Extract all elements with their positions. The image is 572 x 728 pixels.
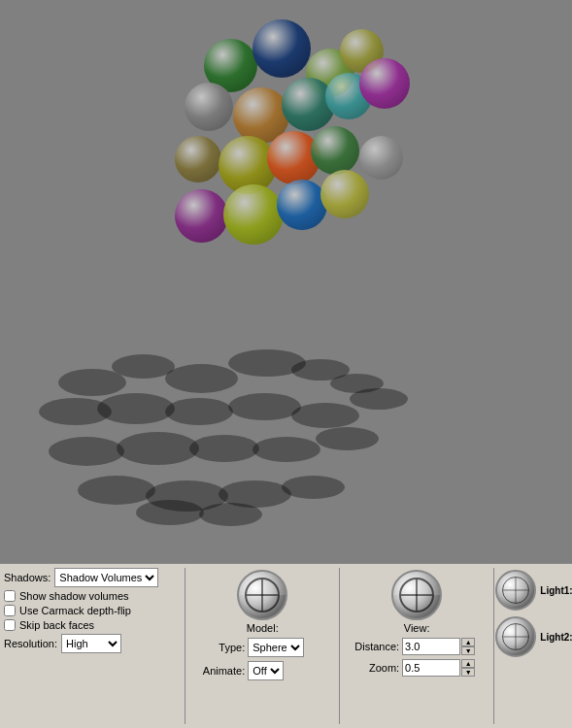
ball — [320, 170, 369, 218]
shadow-ellipse — [78, 476, 155, 505]
shadows-row: Shadows: Shadow VolumesShadow MapsNone — [4, 568, 179, 587]
distance-spinner: ▲ ▼ — [402, 638, 475, 655]
light1-container: Light1: — [495, 570, 572, 611]
distance-down-arrow[interactable]: ▼ — [461, 646, 475, 655]
shadow-ellipse — [189, 435, 259, 462]
left-panel: Shadows: Shadow VolumesShadow MapsNone S… — [4, 568, 179, 724]
middle-panel: Model: Type: SphereCubeTorus Animate: Of… — [191, 568, 333, 724]
skip-faces-label: Skip back faces — [19, 619, 94, 631]
shadow-ellipse — [291, 403, 359, 428]
ball — [252, 19, 311, 78]
light1-sphere-icon — [502, 577, 529, 604]
type-label: Type: — [191, 642, 245, 653]
resolution-row: Resolution: HighMediumLow — [4, 634, 179, 653]
animate-select[interactable]: OffOn — [248, 661, 284, 680]
shadow-ellipse — [316, 427, 379, 450]
view-label: View: — [404, 622, 430, 634]
shadow-ellipse — [282, 476, 345, 499]
carmack-checkbox[interactable] — [4, 605, 16, 616]
zoom-input[interactable] — [402, 659, 460, 677]
animate-row: Animate: OffOn — [191, 661, 333, 680]
divider-2 — [339, 568, 340, 724]
distance-arrows: ▲ ▼ — [461, 638, 475, 655]
animate-label: Animate: — [191, 665, 245, 677]
light2-sphere-icon — [502, 623, 529, 650]
view-sphere-btn[interactable] — [391, 570, 442, 620]
control-panel: Shadows: Shadow VolumesShadow MapsNone S… — [0, 563, 572, 728]
type-row: Type: SphereCubeTorus — [191, 638, 333, 657]
light2-container: Light2: — [495, 616, 572, 657]
show-volumes-row: Show shadow volumes — [4, 590, 179, 602]
resolution-select[interactable]: HighMediumLow — [61, 634, 121, 653]
shadow-ellipse — [97, 393, 175, 424]
shadow-ellipse — [350, 388, 408, 410]
shadow-ellipse — [165, 398, 233, 425]
model-label: Model: — [247, 622, 279, 634]
shadow-ellipse — [49, 437, 124, 466]
distance-up-arrow[interactable]: ▲ — [461, 638, 475, 646]
ball — [175, 136, 221, 182]
show-volumes-label: Show shadow volumes — [19, 590, 129, 602]
shadows-label: Shadows: — [4, 572, 50, 583]
ball — [359, 136, 403, 180]
shadow-ellipse — [117, 432, 199, 465]
view-sphere-container: View: — [391, 570, 442, 634]
zoom-row: Zoom: ▲ ▼ — [346, 659, 488, 677]
zoom-down-arrow[interactable]: ▼ — [461, 668, 475, 677]
light1-btn[interactable] — [495, 570, 536, 611]
carmack-label: Use Carmack depth-flip — [19, 605, 131, 616]
model-sphere-container: Model: — [237, 570, 287, 634]
light1-label: Light1: — [540, 585, 572, 596]
light2-sphere — [495, 616, 536, 657]
distance-input[interactable] — [402, 638, 460, 655]
shadows-select[interactable]: Shadow VolumesShadow MapsNone — [54, 568, 158, 587]
ball — [359, 58, 410, 109]
zoom-arrows: ▲ ▼ — [461, 659, 475, 677]
skip-faces-checkbox[interactable] — [4, 619, 16, 631]
ball-group — [126, 10, 398, 272]
carmack-row: Use Carmack depth-flip — [4, 605, 179, 616]
shadow-ellipse — [136, 500, 204, 525]
divider-3 — [493, 568, 494, 724]
ball — [185, 83, 233, 131]
shadow-group — [29, 340, 398, 534]
3d-viewport[interactable] — [0, 0, 572, 563]
ball — [175, 189, 228, 243]
right-panel: View: Distance: ▲ ▼ Zoom: ▲ ▼ — [346, 568, 488, 724]
ball — [277, 180, 327, 230]
light2-label: Light2: — [540, 632, 572, 643]
view-sphere-icon — [399, 578, 434, 612]
distance-label: Distance: — [346, 641, 399, 652]
ball — [223, 184, 284, 245]
light1-sphere — [495, 570, 536, 611]
zoom-label: Zoom: — [346, 662, 399, 674]
resolution-label: Resolution: — [4, 638, 57, 649]
show-volumes-checkbox[interactable] — [4, 590, 16, 602]
zoom-spinner: ▲ ▼ — [402, 659, 475, 677]
model-sphere-btn[interactable] — [237, 570, 287, 620]
skip-faces-row: Skip back faces — [4, 619, 179, 631]
light2-btn[interactable] — [495, 616, 536, 657]
distance-row: Distance: ▲ ▼ — [346, 638, 488, 655]
type-select[interactable]: SphereCubeTorus — [248, 638, 304, 657]
extra-panel: Light1: Light2: — [500, 568, 568, 724]
ball — [311, 126, 359, 175]
shadow-ellipse — [165, 364, 238, 393]
shadow-ellipse — [228, 393, 301, 420]
model-sphere-icon — [245, 578, 280, 612]
divider-1 — [185, 568, 185, 724]
shadow-ellipse — [252, 437, 320, 462]
zoom-up-arrow[interactable]: ▲ — [461, 659, 475, 668]
shadow-ellipse — [199, 503, 262, 526]
